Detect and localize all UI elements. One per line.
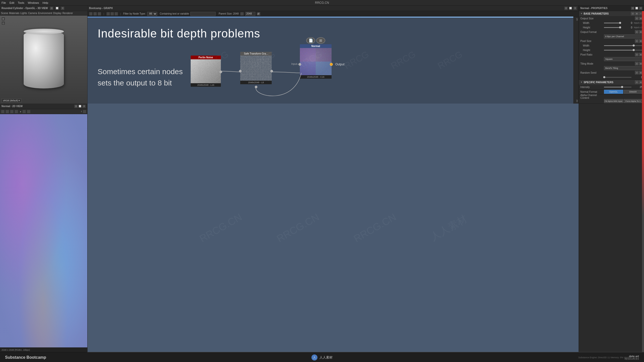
graph-canvas[interactable]: RRCGRRCGRRCG RRCGRRCGRRCG Indesirable bi… <box>88 17 578 104</box>
menu-item-file[interactable]: File <box>2 1 6 4</box>
graph-tool-zoom[interactable] <box>106 12 110 16</box>
top-row: Rounded Cylinder - OpenGL - 3D VIEW ⊡ ⬜ … <box>0 6 644 104</box>
containing-input[interactable] <box>190 12 216 16</box>
parent-size-input[interactable] <box>245 12 255 16</box>
graph-close-btn[interactable]: ✕ <box>573 7 577 10</box>
pixel-height-slider[interactable] <box>604 50 642 51</box>
base-params-icon-2[interactable]: ⊞ <box>635 12 638 15</box>
graph-tool-fit[interactable] <box>110 12 114 16</box>
viewport-tool-2[interactable]: ◎ <box>2 21 5 25</box>
props-close-btn[interactable]: ✕ <box>639 7 642 10</box>
properties-title: Normal - PROPERTIES <box>580 7 608 10</box>
color-mode-select[interactable]: sRGB (default) ▾ <box>2 99 21 103</box>
random-seed-value: 0 <box>632 76 642 79</box>
toolbar-display[interactable]: Display <box>53 12 61 15</box>
height-row: Height 0 Input x 1 <box>579 25 644 30</box>
toolbar-renderer[interactable]: Renderer <box>62 12 73 15</box>
directx-btn[interactable]: DirectX <box>624 90 643 94</box>
random-seed-slider[interactable] <box>604 77 631 78</box>
base-params-icon-1[interactable]: ⊡ <box>631 12 634 15</box>
graph-expand-btn[interactable]: ⬜ <box>569 7 572 10</box>
toolbar-lights[interactable]: Lights <box>20 12 27 15</box>
normal-output-connector[interactable] <box>330 63 333 66</box>
output-size-icon-1[interactable]: ⊡ <box>635 17 638 20</box>
output-label: Output <box>335 63 344 66</box>
toolbar-materials[interactable]: Materials <box>9 12 19 15</box>
toolbar-camera[interactable]: Camera <box>28 12 37 15</box>
normal-node-icons: 📄 ⊞ <box>306 37 325 44</box>
graph-toolbar: | | Filter by Node Type: All Containing … <box>88 11 578 17</box>
viewport-3d-close-btn[interactable]: ✕ <box>61 7 64 10</box>
intensity-slider[interactable] <box>604 87 631 87</box>
view2d-tool-4[interactable] <box>15 110 18 113</box>
pixel-ratio-value-row: Square <box>579 57 644 61</box>
height-slider[interactable] <box>604 27 621 28</box>
menu-item-tools[interactable]: Tools <box>18 1 24 4</box>
menu-item-windows[interactable]: Windows <box>28 1 39 4</box>
random-seed-value-row: 0 <box>579 75 644 79</box>
svg-rect-9 <box>316 48 332 62</box>
tiling-mode-icon-1[interactable]: ⊡ <box>635 62 638 65</box>
menu-item-edit[interactable]: Edit <box>10 1 14 4</box>
normal-icon-layers[interactable]: ⊞ <box>316 37 325 44</box>
specific-params-icon-1[interactable]: ⊡ <box>635 80 638 84</box>
view2d-tool-1[interactable] <box>1 110 5 113</box>
force-alpha-btn[interactable]: Force Alpha To 1 <box>624 99 643 103</box>
fill-alpha-btn[interactable]: Fill Alpha With Input <box>604 99 623 103</box>
safe-transform-node[interactable]: Safe Transform Gra... 2048x2048 - L8 <box>240 52 272 87</box>
perlin-noise-output-connector[interactable] <box>220 71 222 73</box>
view2d-pin-btn[interactable]: ⊡ <box>74 105 78 108</box>
perlin-noise-node[interactable]: Perlin Noise 2048x2048 - L16 <box>191 56 221 88</box>
props-expand-btn[interactable]: ⬜ <box>635 7 638 10</box>
viewport-2d-canvas[interactable] <box>0 114 87 347</box>
viewport-tool-1[interactable]: ⊞ <box>2 17 5 21</box>
toolbar-scene[interactable]: Scene <box>1 12 8 15</box>
safe-transform-bottom-connector[interactable] <box>255 86 257 88</box>
normal-node[interactable]: 📄 ⊞ Normal <box>300 44 332 81</box>
view2d-tool-3[interactable] <box>10 110 14 113</box>
pixel-ratio-icon-1[interactable]: ⊡ <box>635 53 638 56</box>
view2d-expand-btn[interactable]: ⬜ <box>78 105 82 108</box>
viewport-2d: Normal · 2D VIEW ⊡ ⬜ ✕ ▸ ℹ <box>0 104 88 352</box>
graph-tool-save[interactable] <box>89 12 93 16</box>
view2d-tool-2[interactable] <box>6 110 9 113</box>
opengl-btn[interactable]: OpenGL <box>604 90 623 94</box>
base-parameters-header[interactable]: ▼ BASE PARAMETERS ⊡ ⊞ ? <box>579 11 644 16</box>
graph-pin-btn[interactable]: ⊡ <box>564 7 568 10</box>
menu-item-help[interactable]: Help <box>43 1 48 4</box>
alpha-channel-row: Alpha Channel Content <box>579 94 644 99</box>
svg-rect-7 <box>316 62 332 75</box>
props-pin-btn[interactable]: ⊡ <box>631 7 634 10</box>
pixel-size-icon-1[interactable]: ⊡ <box>635 39 638 43</box>
safe-transform-input-connector[interactable] <box>239 70 242 72</box>
output-format-select[interactable]: 8 Bpc per Channel <box>604 34 642 38</box>
specific-parameters-title: SPECIFIC PARAMETERS <box>584 81 613 84</box>
graph-tool-refresh[interactable]: ↺ <box>257 12 260 16</box>
pixel-width-slider[interactable] <box>604 45 642 46</box>
view2d-close-btn[interactable]: ✕ <box>82 105 86 108</box>
graph-tool-open[interactable] <box>98 12 101 16</box>
tiling-mode-select[interactable]: Bend's Tiling <box>604 66 642 70</box>
graph-tool-new[interactable] <box>93 12 97 16</box>
main-layout: Rounded Cylinder - OpenGL - 3D VIEW ⊡ ⬜ … <box>0 6 644 352</box>
properties-header: Normal - PROPERTIES ⊡ ⬜ ✕ <box>579 6 644 11</box>
viewport-3d-expand-btn[interactable]: ⬜ <box>55 7 59 10</box>
graph-tool-parent[interactable] <box>240 12 244 16</box>
view2d-tool-7[interactable] <box>83 110 86 113</box>
safe-transform-output-connector[interactable] <box>270 70 273 72</box>
pixel-ratio-select[interactable]: Square <box>604 57 642 61</box>
filter-node-type-select[interactable]: All <box>147 12 157 16</box>
toolbar-environment[interactable]: Environment <box>38 12 52 15</box>
view2d-tool-6[interactable] <box>27 110 30 113</box>
random-seed-icon-1[interactable]: ⊡ <box>635 71 638 74</box>
specific-parameters-header[interactable]: ▼ SPECIFIC PARAMETERS ⊡ ⊞ <box>579 80 644 85</box>
width-unit: Input x 1 <box>634 22 642 24</box>
viewport-3d-pin-btn[interactable]: ⊡ <box>50 7 53 10</box>
normal-icon-doc[interactable]: 📄 <box>306 37 315 44</box>
graph-tool-select[interactable] <box>114 12 118 16</box>
output-format-icon-1[interactable]: ⊡ <box>635 30 638 34</box>
width-slider[interactable] <box>604 23 621 23</box>
page-number-top: 20 <box>573 17 578 22</box>
view2d-tool-5[interactable] <box>22 110 26 113</box>
center-logo-circle: 人 <box>311 354 317 360</box>
